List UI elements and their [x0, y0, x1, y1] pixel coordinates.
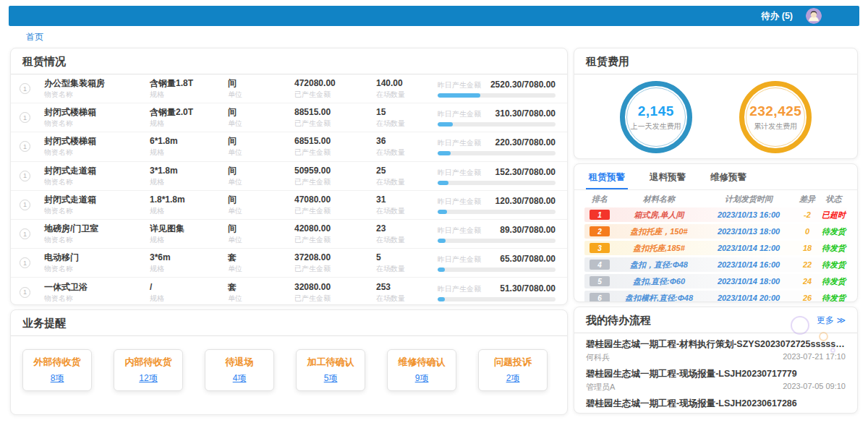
card-label: 维修待确认: [399, 356, 446, 369]
todo-flows-header: 我的待办流程 更多 ≫: [574, 307, 857, 333]
plan-time: 2023/10/13 18:00: [703, 227, 794, 236]
unit-value: 间: [228, 166, 294, 176]
name-cell: 封闭式走道箱物资名称: [44, 166, 150, 187]
rental-fees-panel: 租赁费用 2,145 上一天发生费用 232,425 累计发生费用: [574, 48, 858, 159]
todo-flows-panel: 我的待办流程 更多 ≫ 碧桂园生态城一期工程-材料执行策划-SZYS202307…: [574, 307, 858, 414]
progress-track: [438, 210, 556, 214]
status-badge: 已超时: [820, 210, 847, 221]
amount-value: 37208.00: [294, 252, 376, 263]
business-reminders-header: 业务提醒: [11, 310, 567, 336]
tab-return-warning[interactable]: 退料预警: [647, 170, 689, 189]
ratio-value: 65.30/7080.00: [500, 254, 556, 264]
qty-value: 25: [376, 166, 438, 176]
unit-cell: 间单位: [228, 136, 294, 157]
progress-fill: [438, 239, 446, 243]
spec-value: 详见图集: [150, 223, 228, 234]
table-row: 1 封闭式楼梯箱物资名称 6*1.8m规格 间单位 68515.00已产生金额 …: [11, 132, 567, 161]
status-badge: 待发货: [820, 226, 847, 237]
card-processing-confirm[interactable]: 加工待确认 5项: [296, 349, 365, 391]
list-item[interactable]: 碧桂园生态城一期工程-材料执行策划-SZYS2023072725ssssssss…: [586, 336, 846, 366]
panel-title: 我的待办流程: [586, 314, 651, 328]
tab-repair-warning[interactable]: 维修预警: [707, 170, 749, 189]
plan-time: 2023/10/13 16:00: [703, 210, 794, 219]
amount-value: 88515.00: [294, 107, 376, 118]
todo-counter-button[interactable]: 待办 (5): [761, 10, 793, 22]
total-fee-label: 累计发生费用: [754, 121, 797, 132]
qty-value: 36: [376, 136, 438, 147]
reminder-cards: 外部待收货 8项 内部待收货 12项 待退场 4项 加工待确认 5项: [11, 336, 567, 391]
rental-status-header: 租赁情况: [11, 48, 567, 74]
spec-label: 规格: [150, 294, 228, 303]
name-cell: 一体式卫浴物资名称: [44, 282, 150, 303]
spec-value: /: [150, 282, 228, 293]
tab-rental-warning[interactable]: 租赁预警: [586, 170, 628, 189]
progress-fill: [438, 122, 453, 127]
spec-value: 1.8*1.8m: [150, 194, 228, 205]
amount-value: 47080.00: [294, 194, 376, 205]
card-count-link[interactable]: 4项: [233, 372, 247, 385]
list-item[interactable]: 碧桂园生态城一期工程-现场报量-LSJH20230717779 管理员A 202…: [586, 366, 846, 395]
qty-cell: 31在场数量: [376, 194, 438, 215]
todo-list: 碧桂园生态城一期工程-材料执行策划-SZYS2023072725ssssssss…: [574, 333, 857, 414]
ratio-value: 51.30/7080.00: [500, 283, 556, 294]
progress-track: [438, 239, 556, 243]
warning-row: 5 盘扣,直径:Φ60 2023/10/14 18:00 24 待发货: [584, 274, 847, 288]
card-external-receiving[interactable]: 外部待收货 8项: [22, 349, 92, 391]
progress-track: [438, 297, 556, 301]
yesterday-cell: 昨日产生金额310.30/7080.00: [438, 108, 556, 127]
unit-value: 间: [228, 107, 294, 118]
warning-table-header: 排名 材料名称 计划发货时间 差异 状态: [584, 190, 847, 207]
name-cell: 封闭式走道箱物资名称: [44, 194, 150, 215]
unit-value: 套: [228, 252, 294, 263]
todo-time: 2023-06-16 10:04: [783, 411, 846, 414]
progress-fill: [438, 210, 447, 214]
card-count-link[interactable]: 12项: [139, 372, 157, 385]
panel-title: 租赁费用: [586, 55, 629, 69]
unit-cell: 间单位: [228, 194, 294, 215]
card-pending-exit[interactable]: 待退场 4项: [205, 349, 274, 391]
total-fee-value: 232,425: [749, 103, 801, 119]
material-name: 盘扣，直径:Φ48: [615, 260, 703, 270]
list-item[interactable]: 碧桂园生态城一期工程-现场报量-LSJH20230617286 管理员A 202…: [586, 395, 846, 414]
card-count-link[interactable]: 2项: [506, 372, 520, 385]
breadcrumb-home-link[interactable]: 首页: [26, 31, 43, 43]
rank-cell: 1: [20, 228, 44, 239]
unit-label: 单位: [228, 206, 294, 215]
rank-badge: 1: [20, 141, 30, 152]
card-complaints[interactable]: 问题投诉 2项: [478, 349, 548, 391]
rank-cell: 1: [20, 287, 44, 298]
card-label: 待退场: [226, 356, 254, 369]
unit-value: 间: [228, 78, 294, 89]
progress-fill: [438, 268, 445, 272]
card-count-link[interactable]: 5项: [324, 372, 338, 385]
col-diff: 差异: [794, 194, 820, 205]
ratio-value: 310.30/7080.00: [495, 108, 556, 119]
qty-label: 在场数量: [376, 147, 438, 157]
card-repair-confirm[interactable]: 维修待确认 9项: [387, 349, 456, 391]
amount-value: 32080.00: [294, 282, 376, 293]
qty-label: 在场数量: [376, 235, 438, 244]
rank-badge: 4: [590, 260, 610, 270]
yesterday-label: 昨日产生金额: [438, 80, 481, 90]
qty-cell: 140.00在场数量: [376, 78, 438, 99]
card-count-link[interactable]: 9项: [415, 372, 429, 385]
yesterday-cell: 昨日产生金额89.30/7080.00: [438, 225, 556, 243]
yesterday-label: 昨日产生金额: [438, 226, 481, 236]
diff-value: 24: [794, 277, 820, 286]
qty-cell: 25在场数量: [376, 166, 438, 187]
unit-value: 间: [228, 194, 294, 205]
spec-cell: 详见图集规格: [150, 223, 228, 244]
more-link[interactable]: 更多 ≫: [817, 314, 846, 327]
card-internal-receiving[interactable]: 内部待收货 12项: [114, 349, 183, 391]
card-count-link[interactable]: 8项: [51, 372, 64, 385]
dashboard-page: 待办 (5) 首页 租赁情况 1 办公型集装箱房物资名称: [0, 0, 868, 428]
col-plan-time: 计划发货时间: [703, 194, 794, 205]
rank-badge: 1: [20, 83, 30, 94]
amount-label: 已产生金额: [294, 177, 376, 187]
warning-row: 3 盘扣托座,185# 2023/10/14 12:00 18 待发货: [584, 241, 847, 255]
spec-cell: /规格: [150, 282, 228, 303]
material-name-label: 物资名称: [44, 235, 150, 244]
user-avatar-icon[interactable]: [806, 8, 822, 24]
material-name: 地磅房/门卫室: [44, 223, 150, 234]
material-name: 盘扣托座，150#: [615, 226, 703, 237]
